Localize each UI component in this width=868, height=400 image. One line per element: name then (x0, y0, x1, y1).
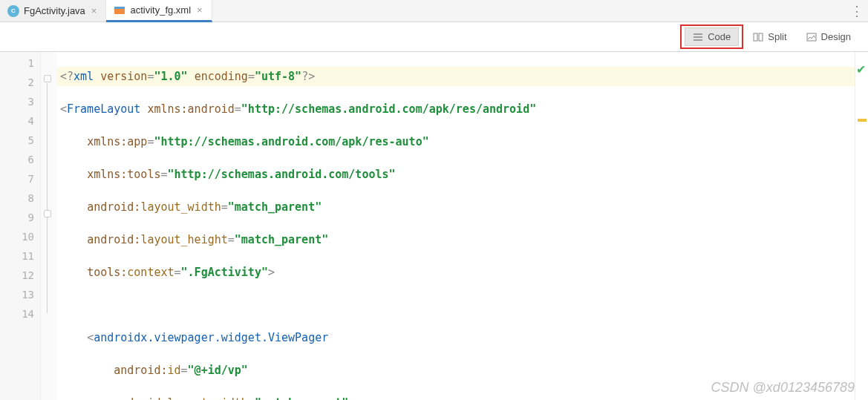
tab-fgactivity-java[interactable]: C FgActivity.java × (0, 0, 106, 22)
fold-toggle-icon[interactable] (44, 75, 51, 82)
view-mode-bar: Code Split Design (0, 22, 868, 52)
editor-root: C FgActivity.java × activity_fg.xml × ⋮ … (0, 0, 868, 400)
svg-rect-3 (759, 33, 763, 41)
line-number: 13 (0, 285, 40, 304)
code-mode-button[interactable]: Code (685, 27, 739, 46)
split-icon (753, 32, 763, 42)
inspection-strip[interactable]: ✔ (855, 52, 868, 400)
tab-activity-fg-xml[interactable]: activity_fg.xml × (106, 0, 212, 22)
line-number: 5 (0, 131, 40, 150)
line-number: 10 (0, 227, 40, 246)
svg-rect-2 (754, 33, 757, 41)
split-mode-button[interactable]: Split (745, 27, 794, 46)
tab-bar: C FgActivity.java × activity_fg.xml × ⋮ (0, 0, 868, 22)
line-number: 8 (0, 188, 40, 208)
code-line: android:layout_height="match_parent" (57, 230, 855, 249)
code-line: tools:context=".FgActivity"> (57, 263, 855, 282)
xml-file-icon (114, 4, 125, 16)
mode-label: Code (708, 31, 731, 42)
code-line: <?xml version="1.0" encoding="utf-8"?> (57, 67, 855, 86)
code-lines-icon (693, 32, 703, 42)
mode-label: Split (768, 31, 786, 42)
code-editor[interactable]: <?xml version="1.0" encoding="utf-8"?> <… (57, 52, 855, 400)
line-number: 6 (0, 150, 40, 169)
fold-toggle-icon[interactable] (44, 210, 51, 217)
code-line: android:layout_width="match_parent" (57, 393, 855, 400)
code-line (57, 295, 855, 315)
mode-label: Design (821, 31, 851, 42)
more-menu-icon[interactable]: ⋮ (846, 3, 868, 19)
java-file-icon: C (7, 5, 19, 17)
line-number: 14 (0, 304, 40, 324)
line-number: 1 (0, 53, 40, 73)
line-number: 9 (0, 208, 40, 227)
design-mode-button[interactable]: Design (798, 27, 859, 46)
tab-label: activity_fg.xml (130, 4, 191, 16)
code-line: android:layout_width="match_parent" (57, 197, 855, 217)
tab-label: FgActivity.java (24, 5, 85, 16)
svg-rect-1 (114, 7, 125, 9)
code-line: xmlns:app="http://schemas.android.com/ap… (57, 132, 855, 151)
tab-list: C FgActivity.java × activity_fg.xml × (0, 0, 212, 22)
fold-guide (47, 83, 48, 313)
checkmark-icon: ✔ (856, 62, 866, 76)
code-mode-highlight: Code (680, 24, 743, 49)
line-number: 7 (0, 169, 40, 188)
line-number: 3 (0, 92, 40, 111)
line-number: 11 (0, 246, 40, 266)
fold-column (41, 52, 57, 400)
code-line: <FrameLayout xmlns:android="http://schem… (57, 99, 855, 119)
line-number: 2 C (0, 73, 40, 92)
design-icon (806, 32, 817, 42)
line-number: 4 (0, 111, 40, 131)
code-line: android:id="@+id/vp" (57, 361, 855, 380)
line-number: 12 (0, 266, 40, 285)
code-area: 1 2 C 3 4 5 6 7 8 9 10 11 12 13 14 <?xml… (0, 52, 868, 400)
code-line: <androidx.viewpager.widget.ViewPager (57, 328, 855, 347)
warning-marker-icon[interactable] (858, 119, 867, 122)
line-number-gutter: 1 2 C 3 4 5 6 7 8 9 10 11 12 13 14 (0, 52, 41, 400)
code-line: xmlns:tools="http://schemas.android.com/… (57, 165, 855, 184)
close-icon[interactable]: × (90, 5, 99, 16)
close-icon[interactable]: × (195, 4, 204, 16)
